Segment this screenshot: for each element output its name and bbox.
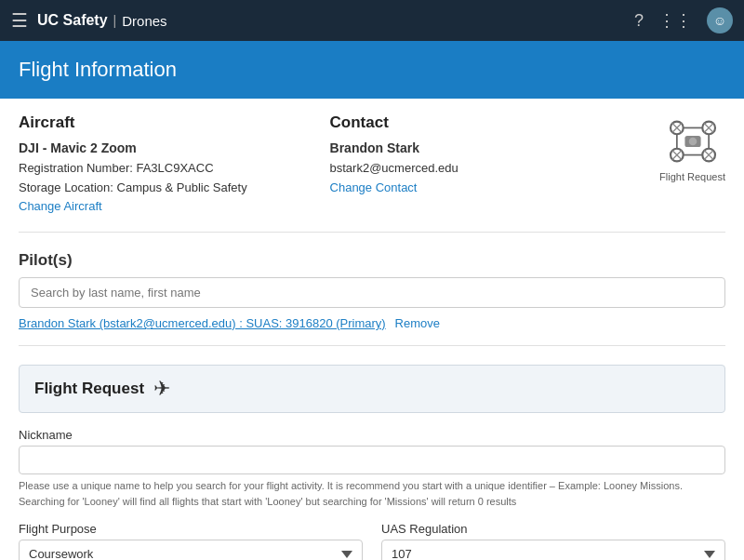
uas-regulation-group: UAS Regulation 107 44809 COA (381, 522, 725, 560)
contact-name: Brandon Stark (330, 140, 419, 155)
nickname-group: Nickname Please use a unique name to hel… (19, 428, 725, 509)
plane-icon: ✈ (153, 377, 170, 401)
pilot-tag-row: Brandon Stark (bstark2@ucmerced.edu) : S… (19, 315, 725, 330)
pilot-remove-link[interactable]: Remove (395, 316, 440, 330)
grid-icon[interactable]: ⋮⋮ (658, 10, 692, 31)
pilot-tag[interactable]: Brandon Stark (bstark2@ucmerced.edu) : S… (19, 316, 386, 330)
contact-email: bstark2@ucmerced.edu (330, 161, 458, 175)
aircraft-model: DJI - Mavic 2 Zoom (19, 140, 137, 155)
uas-regulation-select[interactable]: 107 44809 COA (381, 540, 725, 560)
flight-request-title: Flight Request (34, 380, 144, 398)
top-nav: ☰ UC Safety | Drones ? ⋮⋮ ☺ (0, 0, 744, 41)
aircraft-storage: Storage Location: Campus & Public Safety (19, 180, 247, 194)
svg-point-9 (688, 138, 697, 146)
pilots-section-label: Pilot(s) (19, 251, 725, 270)
purpose-regulation-row: Flight Purpose Coursework Research Train… (19, 522, 725, 560)
app-label: Drones (122, 13, 166, 29)
page-title: Flight Information (19, 58, 725, 82)
user-avatar[interactable]: ☺ (707, 7, 733, 33)
flight-purpose-label: Flight Purpose (19, 522, 363, 536)
flight-icon-label: Flight Request (659, 171, 725, 182)
contact-col: Contact Brandon Stark bstark2@ucmerced.e… (330, 113, 642, 197)
help-icon[interactable]: ? (634, 11, 644, 31)
hamburger-icon[interactable]: ☰ (11, 9, 28, 32)
pilot-search-input[interactable] (19, 277, 725, 308)
contact-section-label: Contact (330, 113, 642, 132)
uas-regulation-label: UAS Regulation (381, 522, 725, 536)
flight-request-icon-area: Flight Request (659, 113, 725, 182)
flight-purpose-select[interactable]: Coursework Research Training Other (19, 540, 363, 560)
form-section: Nickname Please use a unique name to hel… (19, 428, 725, 560)
page-header: Flight Information (0, 41, 744, 99)
flight-purpose-group: Flight Purpose Coursework Research Train… (19, 522, 363, 560)
aircraft-col: Aircraft DJI - Mavic 2 Zoom Registration… (19, 113, 330, 217)
change-aircraft-link[interactable]: Change Aircraft (19, 199, 102, 213)
flight-request-header: Flight Request ✈ (19, 365, 725, 413)
nickname-hint: Please use a unique name to help you sea… (19, 478, 725, 509)
nav-divider: | (113, 13, 117, 28)
main-content: Aircraft DJI - Mavic 2 Zoom Registration… (0, 99, 744, 560)
pilots-section: Pilot(s) Brandon Stark (bstark2@ucmerced… (19, 251, 725, 346)
brand-label: UC Safety (37, 12, 108, 29)
change-contact-link[interactable]: Change Contact (330, 180, 418, 194)
aircraft-registration: Registration Number: FA3LC9XACC (19, 161, 214, 175)
aircraft-section-label: Aircraft (19, 113, 330, 132)
nickname-input[interactable] (19, 446, 725, 474)
nickname-label: Nickname (19, 428, 725, 442)
aircraft-contact-row: Aircraft DJI - Mavic 2 Zoom Registration… (19, 113, 725, 233)
flight-request-icon (660, 113, 725, 169)
